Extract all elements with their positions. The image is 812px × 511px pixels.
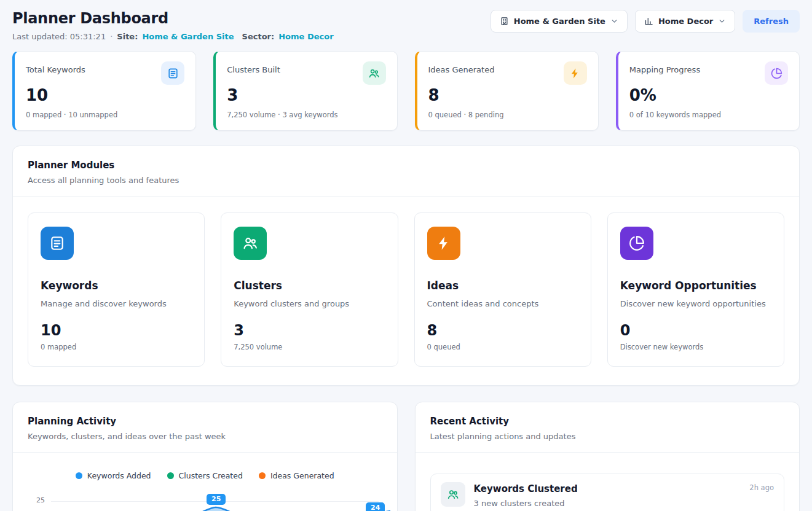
- stat-subtext: 0 of 10 keywords mapped: [629, 111, 788, 119]
- modules-grid: Keywords Manage and discover keywords 10…: [28, 213, 784, 367]
- area-chart: 25 25 24: [28, 490, 382, 511]
- module-description: Content ideas and concepts: [427, 299, 578, 308]
- site-link[interactable]: Home & Garden Site: [142, 32, 234, 41]
- activity-item-title: Keywords Clustered: [474, 483, 741, 494]
- stat-card-ideas-generated: Ideas Generated 8 0 queued · 8 pending: [415, 51, 599, 131]
- module-subtext: 0 queued: [427, 343, 578, 351]
- note-icon: [161, 61, 184, 85]
- stat-value: 8: [428, 86, 587, 104]
- sector-link[interactable]: Home Decor: [278, 32, 333, 41]
- sector-selector-value: Home Decor: [658, 17, 713, 26]
- bottom-row: Planning Activity Keywords, clusters, an…: [12, 402, 800, 511]
- users-icon: [363, 61, 386, 85]
- divider: [416, 452, 800, 453]
- module-title: Keywords: [41, 279, 192, 292]
- activity-item-description: 3 new clusters created: [474, 499, 741, 508]
- building-icon: [500, 17, 509, 26]
- data-point-label: 25: [207, 494, 226, 505]
- module-description: Manage and discover keywords: [41, 299, 192, 308]
- activity-item-body: Keywords Clustered 3 new clusters create…: [474, 482, 741, 508]
- activity-list-item[interactable]: Keywords Clustered 3 new clusters create…: [430, 474, 785, 511]
- legend-label: Keywords Added: [87, 471, 151, 480]
- legend-item-ideas-generated: Ideas Generated: [259, 471, 334, 480]
- chevron-down-icon: [610, 17, 618, 25]
- legend-item-clusters-created: Clusters Created: [167, 471, 243, 480]
- header-title-block: Planner Dashboard Last updated: 05:31:21…: [12, 10, 334, 41]
- stat-subtext: 0 queued · 8 pending: [428, 111, 587, 119]
- stat-value: 10: [26, 86, 184, 104]
- module-title: Ideas: [427, 279, 578, 292]
- stat-value: 0%: [629, 86, 788, 104]
- module-description: Discover new keyword opportunities: [620, 299, 771, 308]
- module-value: 10: [41, 322, 192, 339]
- activity-item-timestamp: 2h ago: [749, 483, 774, 492]
- site-selector-value: Home & Garden Site: [514, 17, 605, 26]
- modules-title: Planner Modules: [28, 160, 784, 171]
- bar-chart-icon: [644, 17, 653, 26]
- module-subtext: 7,250 volume: [234, 343, 385, 351]
- site-label: Site:: [117, 32, 138, 41]
- stat-card-mapping-progress: Mapping Progress 0% 0 of 10 keywords map…: [616, 51, 800, 131]
- refresh-button[interactable]: Refresh: [743, 10, 800, 33]
- last-updated-text: Last updated: 05:31:21: [12, 32, 106, 41]
- recent-activity-panel: Recent Activity Latest planning actions …: [415, 402, 800, 511]
- site-selector-dropdown[interactable]: Home & Garden Site: [491, 10, 628, 33]
- module-title: Clusters: [234, 279, 385, 292]
- planning-activity-subtitle: Keywords, clusters, and ideas over the p…: [28, 432, 382, 441]
- modules-subtitle: Access all planning tools and features: [28, 176, 784, 185]
- stats-row: Total Keywords 10 0 mapped · 10 unmapped…: [12, 51, 800, 131]
- sector-selector-dropdown[interactable]: Home Decor: [635, 10, 735, 33]
- planner-dashboard-page: Planner Dashboard Last updated: 05:31:21…: [0, 0, 812, 511]
- module-description: Keyword clusters and groups: [234, 299, 385, 308]
- bolt-icon: [427, 227, 460, 260]
- module-subtext: 0 mapped: [41, 343, 192, 351]
- legend-dot-icon: [167, 472, 174, 479]
- page-title: Planner Dashboard: [12, 10, 334, 27]
- stat-card-total-keywords: Total Keywords 10 0 mapped · 10 unmapped: [12, 51, 196, 131]
- divider: [13, 452, 397, 453]
- module-value: 8: [427, 322, 578, 339]
- stat-card-clusters-built: Clusters Built 3 7,250 volume · 3 avg ke…: [213, 51, 397, 131]
- y-axis-tick: 25: [36, 496, 45, 504]
- header-subline: Last updated: 05:31:21 · Site: Home & Ga…: [12, 32, 334, 41]
- divider: [13, 196, 799, 197]
- planning-activity-title: Planning Activity: [28, 416, 382, 427]
- data-point-label: 24: [366, 502, 385, 511]
- legend-item-keywords-added: Keywords Added: [76, 471, 151, 480]
- legend-label: Clusters Created: [179, 471, 243, 480]
- planner-modules-panel: Planner Modules Access all planning tool…: [12, 146, 800, 386]
- stat-label: Clusters Built: [227, 61, 280, 74]
- module-value: 0: [620, 322, 771, 339]
- planning-activity-panel: Planning Activity Keywords, clusters, an…: [12, 402, 398, 511]
- module-card-ideas[interactable]: Ideas Content ideas and concepts 8 0 que…: [414, 213, 591, 367]
- stat-label: Ideas Generated: [428, 61, 495, 74]
- module-card-keyword-opportunities[interactable]: Keyword Opportunities Discover new keywo…: [607, 213, 784, 367]
- stat-subtext: 7,250 volume · 3 avg keywords: [227, 111, 385, 119]
- recent-activity-subtitle: Latest planning actions and updates: [430, 432, 785, 441]
- chart-legend: Keywords Added Clusters Created Ideas Ge…: [28, 471, 382, 480]
- module-card-clusters[interactable]: Clusters Keyword clusters and groups 3 7…: [221, 213, 398, 367]
- separator-dot: ·: [110, 32, 112, 41]
- module-subtext: Discover new keywords: [620, 343, 771, 351]
- legend-dot-icon: [259, 472, 266, 479]
- pie-chart-icon: [765, 61, 788, 85]
- legend-dot-icon: [76, 472, 82, 479]
- header-toolbar: Home & Garden Site Home Decor Refresh: [491, 10, 800, 33]
- stat-value: 3: [227, 86, 385, 104]
- stat-subtext: 0 mapped · 10 unmapped: [26, 111, 184, 119]
- module-title: Keyword Opportunities: [620, 279, 771, 292]
- sector-label: Sector:: [242, 32, 275, 41]
- users-icon: [441, 482, 465, 507]
- users-icon: [234, 227, 267, 260]
- stat-label: Mapping Progress: [629, 61, 700, 74]
- pie-chart-icon: [620, 227, 653, 260]
- module-card-keywords[interactable]: Keywords Manage and discover keywords 10…: [28, 213, 205, 367]
- module-value: 3: [234, 322, 385, 339]
- recent-activity-title: Recent Activity: [430, 416, 785, 427]
- bolt-icon: [564, 61, 587, 85]
- header: Planner Dashboard Last updated: 05:31:21…: [12, 10, 800, 41]
- legend-label: Ideas Generated: [270, 471, 334, 480]
- chevron-down-icon: [718, 17, 726, 25]
- stat-label: Total Keywords: [26, 61, 85, 74]
- note-icon: [41, 227, 74, 260]
